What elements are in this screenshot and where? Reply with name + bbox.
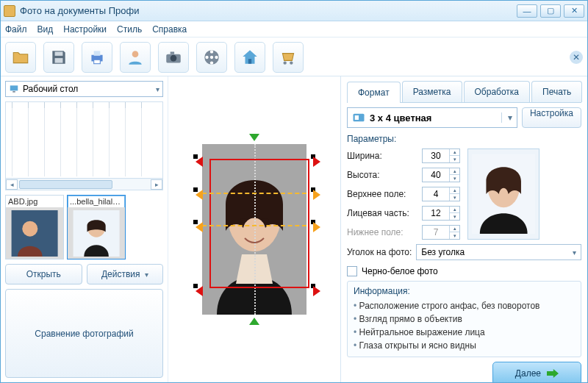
close-button[interactable]: ✕ [564,4,584,18]
face-stepper[interactable]: 12▴▾ [422,206,460,221]
corner-row: Уголок на фото: Без уголка ▾ [347,244,581,260]
param-top: Верхнее поле: 4▴▾ [347,187,460,201]
top-label: Верхнее поле: [347,189,417,199]
guide-handle-icon[interactable] [311,220,315,224]
height-stepper[interactable]: 40▴▾ [422,168,460,182]
svg-point-10 [210,56,213,59]
info-box: Информация: Расположение строго анфас, б… [347,281,581,357]
svg-point-5 [132,51,139,57]
thumb-item[interactable]: ...bella_hilal.jpg [67,195,126,259]
user-icon[interactable] [120,42,151,73]
tab-markup[interactable]: Разметка [402,81,462,102]
guide-handle-icon[interactable] [311,187,315,192]
svg-rect-29 [355,115,359,120]
menu-help[interactable]: Справка [152,24,187,35]
crop-box[interactable] [209,159,309,288]
resize-bottom-icon[interactable] [249,318,259,325]
guide-handle-icon[interactable] [193,220,198,224]
horizontal-scrollbar[interactable]: ◂ ▸ [6,178,162,190]
tabs: Формат Разметка Обработка Печать [347,81,581,103]
next-label: Далее [515,368,541,379]
print-icon[interactable] [82,42,112,73]
info-item: Взгляд прямо в объектив [354,312,575,326]
camera-icon[interactable] [158,42,189,73]
crop-handle-icon[interactable] [193,284,198,288]
menu-file[interactable]: Файл [5,24,27,35]
format-preview [467,148,539,240]
svg-point-12 [215,56,218,59]
scroll-right-icon[interactable]: ▸ [151,179,162,190]
svg-point-16 [284,61,287,64]
param-bottom: Нижнее поле: 7▴▾ [347,225,460,240]
window-title: Фото на документы Профи [15,5,514,16]
svg-rect-8 [171,51,174,54]
svg-point-13 [210,61,213,64]
menu-settings[interactable]: Настройки [63,24,107,35]
chevron-down-icon: ▾ [156,85,159,93]
svg-point-17 [290,61,293,64]
top-stepper[interactable]: 4▴▾ [422,187,460,201]
open-icon[interactable] [5,42,36,73]
home-icon[interactable] [234,42,265,73]
resize-top-icon[interactable] [249,134,259,141]
photo-thumbnail-icon [71,210,122,257]
config-button[interactable]: Настройка [522,107,581,128]
bw-checkbox[interactable] [347,266,357,276]
save-icon[interactable] [43,42,74,73]
crop-handle-icon[interactable] [311,284,315,288]
bottom-label: Нижнее поле: [347,227,417,237]
crop-handle-icon[interactable] [193,154,198,159]
info-title: Информация: [354,286,575,296]
eye-guide-bottom[interactable] [202,225,306,226]
folder-browser[interactable]: ◂ ▸ [5,101,163,190]
svg-point-11 [210,50,213,53]
tab-print[interactable]: Печать [531,81,582,102]
eye-guide-top[interactable] [202,193,306,194]
actions-button[interactable]: Действия [87,264,164,284]
param-face: Лицевая часть: 12▴▾ [347,206,460,221]
next-button[interactable]: Далее [492,362,581,382]
thumb-item[interactable]: ABD.jpg [5,195,64,259]
photo-editor[interactable] [192,134,317,325]
corner-select[interactable]: Без уголка ▾ [416,244,581,260]
app-window: Фото на документы Профи — ▢ ✕ Файл Вид Н… [0,0,588,383]
menu-view[interactable]: Вид [37,24,54,35]
panel-close-icon[interactable]: ✕ [570,51,583,64]
height-label: Высота: [347,170,417,180]
info-list: Расположение строго анфас, без поворотов… [354,299,575,352]
format-preset-select[interactable]: 3 x 4 цветная ▾ [347,107,517,128]
titlebar: Фото на документы Профи — ▢ ✕ [1,1,587,21]
crop-handle-icon[interactable] [311,154,315,159]
tab-process[interactable]: Обработка [464,81,531,102]
location-select[interactable]: Рабочий стол ▾ [5,81,163,97]
scroll-left-icon[interactable]: ◂ [6,179,18,190]
format-preset-label: 3 x 4 цветная [370,112,431,124]
compare-button[interactable]: Сравнение фотографий [5,289,163,378]
thumb-caption: ABD.jpg [6,196,63,207]
left-pane: Рабочий стол ▾ ◂ ▸ ABD.jpg ...bella_hil [1,76,168,382]
menu-style[interactable]: Стиль [117,24,142,35]
width-stepper[interactable]: 30▴▾ [422,148,460,163]
corner-label: Уголок на фото: [347,247,412,257]
maximize-button[interactable]: ▢ [540,4,561,18]
svg-rect-4 [94,60,101,63]
scroll-thumb[interactable] [19,180,112,189]
tab-format[interactable]: Формат [347,82,401,103]
minimize-button[interactable]: — [517,4,537,18]
info-item: Расположение строго анфас, без поворотов [354,299,575,312]
toolbar [5,42,304,73]
params-fields: Ширина: 30▴▾ Высота: 40▴▾ Верхнее поле: … [347,148,460,240]
next-row: Далее [347,362,581,382]
thumbnails: ABD.jpg ...bella_hilal.jpg [5,195,163,259]
svg-rect-19 [12,91,15,93]
svg-point-14 [205,56,208,59]
open-button[interactable]: Открыть [5,264,82,284]
cart-icon[interactable] [273,42,304,73]
desktop-icon [9,84,19,94]
params-block: Ширина: 30▴▾ Высота: 40▴▾ Верхнее поле: … [347,148,581,240]
reel-icon[interactable] [196,42,227,73]
body: Рабочий стол ▾ ◂ ▸ ABD.jpg ...bella_hil [1,76,587,382]
guide-handle-icon[interactable] [193,187,198,192]
info-item: Глаза открыты и ясно видны [354,339,575,352]
param-width: Ширина: 30▴▾ [347,148,460,163]
